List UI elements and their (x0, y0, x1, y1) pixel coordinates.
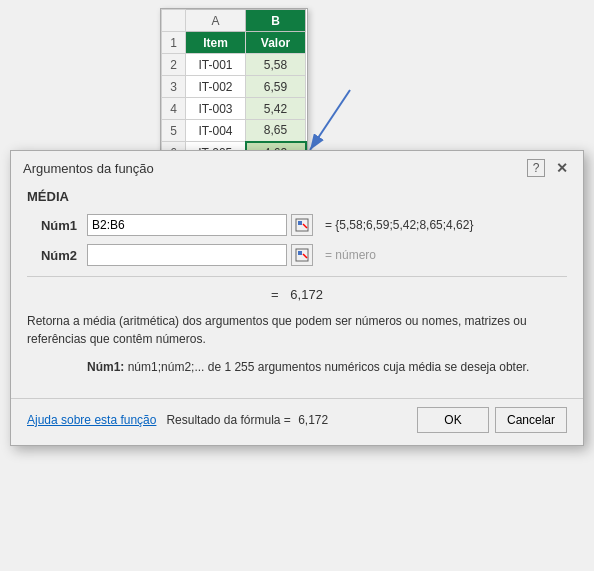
dialog-controls: ? ✕ (527, 159, 571, 177)
num1-result: = {5,58;6,59;5,42;8,65;4,62} (325, 218, 473, 232)
row-header-2: 2 (162, 54, 186, 76)
spreadsheet: A B 1 Item Valor 2 IT-001 5,58 3 IT-002 … (160, 8, 308, 166)
num1-label: Núm1 (27, 218, 87, 233)
num2-input[interactable] (87, 244, 287, 266)
cell-valor-header[interactable]: Valor (246, 32, 306, 54)
row-header-3: 3 (162, 76, 186, 98)
close-button[interactable]: ✕ (553, 159, 571, 177)
function-arguments-dialog: Argumentos da função ? ✕ MÉDIA Núm1 = {5… (10, 150, 584, 446)
num2-input-container: = número (87, 244, 376, 266)
num2-label: Núm2 (27, 248, 87, 263)
description-text: Retorna a média (aritmética) dos argumen… (27, 312, 567, 348)
collapse-icon-2 (295, 248, 309, 262)
table-row: 5 IT-004 8,65 (162, 120, 306, 142)
svg-line-7 (303, 254, 307, 258)
num2-row: Núm2 = número (27, 244, 567, 266)
row-header-5: 5 (162, 120, 186, 142)
dialog-footer: Ajuda sobre esta função Resultado da fór… (11, 398, 583, 445)
ok-button[interactable]: OK (417, 407, 489, 433)
cell-valor-1[interactable]: 5,58 (246, 54, 306, 76)
formula-result-value: 6,172 (290, 287, 323, 302)
num1-collapse-button[interactable] (291, 214, 313, 236)
num1-input-container: = {5,58;6,59;5,42;8,65;4,62} (87, 214, 473, 236)
help-button[interactable]: ? (527, 159, 545, 177)
table-row: 3 IT-002 6,59 (162, 76, 306, 98)
cell-valor-2[interactable]: 6,59 (246, 76, 306, 98)
param-description: Núm1: núm1;núm2;... de 1 255 argumentos … (27, 358, 567, 376)
dialog-title: Argumentos da função (23, 161, 154, 176)
formula-result: = 6,172 (27, 287, 567, 302)
help-link[interactable]: Ajuda sobre esta função (27, 413, 156, 427)
cell-valor-4[interactable]: 8,65 (246, 120, 306, 142)
cancel-button[interactable]: Cancelar (495, 407, 567, 433)
cell-item-2[interactable]: IT-002 (186, 76, 246, 98)
corner-header (162, 10, 186, 32)
svg-line-1 (310, 90, 350, 150)
svg-rect-6 (298, 251, 302, 255)
footer-result-label: Resultado da fórmula = (166, 413, 290, 427)
col-b-header[interactable]: B (246, 10, 306, 32)
formula-result-label: = (271, 287, 279, 302)
num1-input[interactable] (87, 214, 287, 236)
row-header-1: 1 (162, 32, 186, 54)
svg-line-4 (303, 224, 307, 228)
dialog-titlebar: Argumentos da função ? ✕ (11, 151, 583, 181)
dialog-body: MÉDIA Núm1 = {5,58;6,59;5,42;8,65;4,62} … (11, 181, 583, 398)
cell-item-3[interactable]: IT-003 (186, 98, 246, 120)
num2-collapse-button[interactable] (291, 244, 313, 266)
col-a-header[interactable]: A (186, 10, 246, 32)
param-desc-text: núm1;núm2;... de 1 255 argumentos numéri… (128, 360, 530, 374)
divider-1 (27, 276, 567, 277)
num2-result: = número (325, 248, 376, 262)
param-label: Núm1: (87, 360, 124, 374)
table-row: 1 Item Valor (162, 32, 306, 54)
svg-rect-3 (298, 221, 302, 225)
table-row: 4 IT-003 5,42 (162, 98, 306, 120)
row-header-4: 4 (162, 98, 186, 120)
footer-result: Resultado da fórmula = 6,172 (156, 413, 417, 427)
num1-row: Núm1 = {5,58;6,59;5,42;8,65;4,62} (27, 214, 567, 236)
cell-valor-3[interactable]: 5,42 (246, 98, 306, 120)
function-name-label: MÉDIA (27, 189, 567, 204)
collapse-icon (295, 218, 309, 232)
cell-item-4[interactable]: IT-004 (186, 120, 246, 142)
cell-item-header[interactable]: Item (186, 32, 246, 54)
table-row: 2 IT-001 5,58 (162, 54, 306, 76)
cell-item-1[interactable]: IT-001 (186, 54, 246, 76)
footer-result-value: 6,172 (298, 413, 328, 427)
